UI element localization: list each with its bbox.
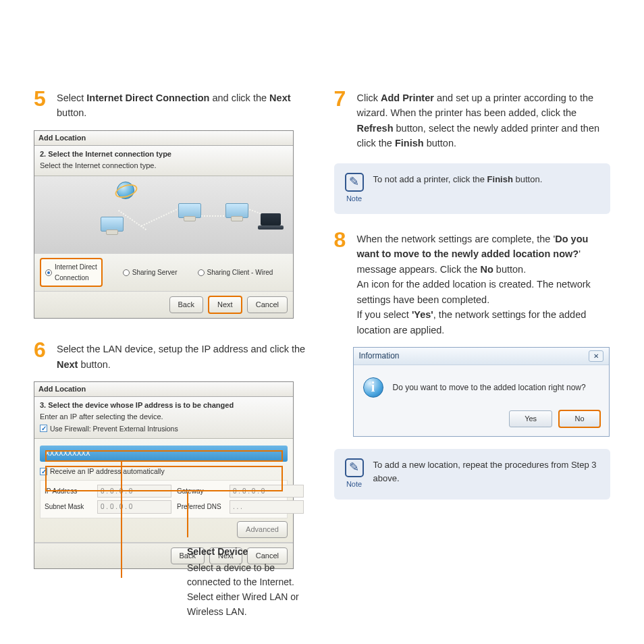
- step-8-text: When the network settings are complete, …: [357, 229, 611, 338]
- wizard-subheader: 3. Select the device whose IP address is…: [34, 397, 293, 439]
- note-icon: ✎ Note: [345, 173, 364, 205]
- option-internet-direct[interactable]: Internet DirectConnection: [40, 258, 103, 287]
- dns-field[interactable]: . . .: [230, 500, 304, 514]
- t: Internet Direct: [55, 263, 97, 271]
- t: Select the LAN device, setup the IP addr…: [57, 344, 305, 354]
- callout-leader-line: [187, 492, 188, 537]
- step-8: 8 When the network settings are complete…: [334, 229, 611, 338]
- right-column: 7 Click Add Printer and set up a printer…: [334, 88, 611, 644]
- info-message: Do you want to move to the added locatio…: [393, 381, 586, 394]
- wizard-topology: [34, 176, 293, 254]
- step-8-number: 8: [334, 229, 350, 338]
- note-box: ✎ Note To add a new location, repeat the…: [334, 449, 611, 500]
- pencil-icon: ✎: [345, 173, 364, 192]
- t: To not add a printer, click the: [373, 174, 487, 184]
- option-sharing-server[interactable]: Sharing Server: [123, 267, 178, 278]
- yes-button[interactable]: Yes: [509, 410, 552, 427]
- subnet-mask-field[interactable]: 0 . 0 . 0 . 0: [97, 500, 171, 514]
- wizard-step-desc: Enter an IP after selecting the device.: [40, 411, 288, 423]
- t: button, select the newly added printer a…: [357, 123, 600, 149]
- close-button[interactable]: ✕: [589, 350, 603, 363]
- wizard-title: Add Location: [34, 131, 293, 146]
- lbl-dns: Preferred DNS: [177, 502, 224, 512]
- callout-box-ip: [45, 466, 283, 491]
- step-7: 7 Click Add Printer and set up a printer…: [334, 88, 611, 151]
- t: button.: [78, 359, 110, 370]
- pc-icon: [99, 217, 126, 240]
- wizard-step-title: 2. Select the Internet connection type: [40, 149, 288, 160]
- no-button[interactable]: No: [558, 410, 600, 428]
- wizard-options: Internet DirectConnection Sharing Server…: [34, 254, 293, 291]
- step-5-number: 5: [34, 88, 50, 121]
- t: Use Firewall: Prevent External Intrusion…: [50, 423, 178, 434]
- callout-box-device: [45, 450, 283, 462]
- wizard-footer: Back Next Cancel: [34, 291, 293, 318]
- radio-icon: [123, 269, 130, 276]
- wizard-step-title: 3. Select the device whose IP address is…: [40, 400, 288, 411]
- step-6: 6 Select the LAN device, setup the IP ad…: [34, 339, 311, 372]
- t: An icon for the added location is create…: [357, 277, 611, 307]
- note-text: To add a new location, repeat the proced…: [373, 458, 600, 485]
- wizard-title: Add Location: [34, 382, 293, 397]
- t: button.: [493, 264, 526, 275]
- t: Connection: [55, 274, 89, 281]
- t: Next: [269, 92, 290, 103]
- pc-icon: [223, 203, 250, 226]
- note-text: To not add a printer, click the Finish b…: [373, 173, 543, 186]
- t: No: [480, 264, 493, 275]
- t: 'Yes': [412, 309, 433, 320]
- callout-leader-line: [121, 460, 122, 578]
- note-label: Note: [345, 193, 364, 205]
- page-columns: 5 Select Internet Direct Connection and …: [34, 88, 610, 644]
- radio-icon: [198, 269, 205, 276]
- step-6-text: Select the LAN device, setup the IP addr…: [57, 339, 311, 372]
- t: Refresh: [357, 123, 394, 134]
- t: Finish: [395, 138, 424, 149]
- step-6-number: 6: [34, 339, 50, 372]
- left-column: 5 Select Internet Direct Connection and …: [34, 88, 311, 644]
- firewall-checkbox[interactable]: ✓Use Firewall: Prevent External Intrusio…: [40, 423, 178, 434]
- next-button[interactable]: Next: [208, 296, 242, 314]
- t: When the network settings are complete, …: [357, 234, 556, 244]
- lbl-mask: Subnet Mask: [45, 502, 92, 512]
- t: and click the: [209, 92, 269, 103]
- t: button.: [57, 107, 86, 118]
- cancel-button[interactable]: Cancel: [247, 296, 288, 313]
- t: button.: [513, 174, 542, 184]
- t: Select: [57, 92, 86, 103]
- t: Sharing Client - Wired: [207, 267, 273, 278]
- annot-select-device: Select Device Select a device to be conn…: [187, 545, 315, 619]
- t: Click: [357, 92, 381, 103]
- t: Select Device: [187, 545, 315, 560]
- information-dialog: Information ✕ i Do you want to move to t…: [353, 347, 610, 437]
- wizard-subheader: 2. Select the Internet connection type S…: [34, 146, 293, 176]
- info-title-text: Information: [359, 350, 400, 363]
- radio-icon: [45, 269, 52, 276]
- info-icon: i: [363, 377, 383, 398]
- t: Internet Direct Connection: [86, 92, 209, 103]
- t: Finish: [487, 174, 513, 184]
- info-footer: Yes No: [354, 404, 609, 436]
- step-5-text: Select Internet Direct Connection and cl…: [57, 88, 311, 121]
- t: Next: [57, 359, 78, 370]
- t: Add Printer: [381, 92, 434, 103]
- t: button.: [424, 138, 456, 149]
- wizard-step-desc: Select the Internet connection type.: [40, 160, 288, 171]
- wizard6-frame: Add Location 3. Select the device whose …: [34, 381, 294, 569]
- info-titlebar: Information ✕: [354, 348, 609, 365]
- laptop-icon: [257, 213, 284, 231]
- note-icon: ✎ Note: [345, 458, 364, 490]
- pencil-icon: ✎: [345, 458, 364, 477]
- step-5: 5 Select Internet Direct Connection and …: [34, 88, 311, 121]
- t: Select a device to be connected to the I…: [187, 561, 315, 620]
- pc-icon: [176, 203, 203, 226]
- note-box: ✎ Note To not add a printer, click the F…: [334, 163, 611, 214]
- t: Sharing Server: [132, 267, 178, 278]
- info-body: i Do you want to move to the added locat…: [354, 365, 609, 404]
- advanced-button[interactable]: Advanced: [237, 521, 288, 538]
- option-sharing-client-wired[interactable]: Sharing Client - Wired: [198, 267, 273, 278]
- t: If you select: [357, 309, 412, 320]
- back-button[interactable]: Back: [169, 296, 203, 313]
- internet-icon: [117, 182, 134, 199]
- add-location-wizard-step2: Add Location 2. Select the Internet conn…: [34, 130, 294, 319]
